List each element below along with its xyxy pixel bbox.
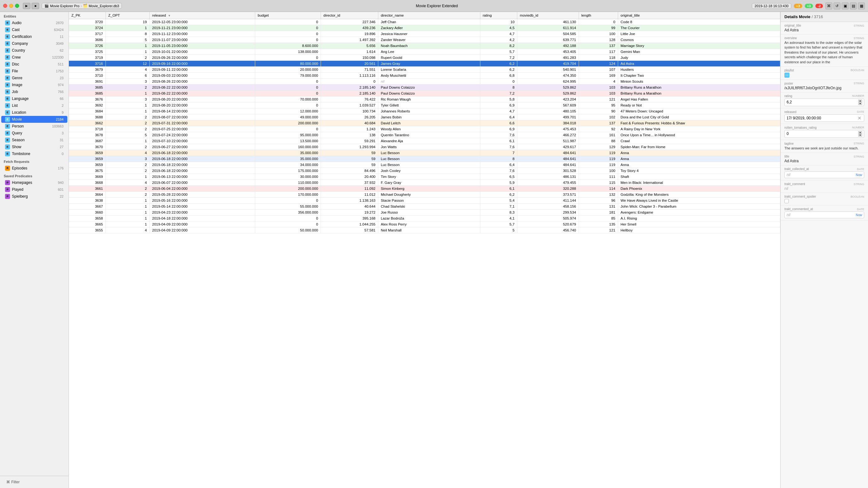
- date-nil-input[interactable]: nil Now: [784, 171, 864, 178]
- sidebar-item-disc[interactable]: EDisc511: [1, 61, 67, 68]
- sidebar-item-certification[interactable]: ECertification11: [1, 33, 67, 40]
- table-row[interactable]: 368652019-11-07 23:00:00001.497.392Zande…: [69, 37, 780, 43]
- sidebar-item-spielberg[interactable]: PSpielberg22: [1, 193, 67, 200]
- table-container[interactable]: Z_PKZ_OPTreleased ▼budgetdirector_iddire…: [69, 12, 780, 488]
- col-header-director_id[interactable]: director_id: [321, 12, 378, 19]
- refresh-button[interactable]: ↺: [834, 2, 840, 9]
- table-row[interactable]: 367942019-09-11 22:00:00020.000.00071.55…: [69, 67, 780, 73]
- breadcrumb[interactable]: 🎬 Movie Explorer Pro › 🗂️ Movie_Explorer…: [42, 3, 122, 9]
- sidebar-item-show[interactable]: EShow27: [1, 144, 67, 150]
- table-row[interactable]: 366422019-05-28 22:00:000170.000.00011.0…: [69, 192, 780, 197]
- table-row[interactable]: 366012019-04-23 22:00:000356.000.00019.2…: [69, 210, 780, 215]
- col-header-moviedb_id[interactable]: moviedb_id: [517, 12, 579, 19]
- table-row[interactable]: 368512019-08-22 22:00:00002.185.140Paul …: [69, 91, 780, 96]
- stop-button[interactable]: ■: [32, 3, 39, 9]
- col-header-original_title[interactable]: original_title: [618, 12, 780, 19]
- table-row[interactable]: 366222019-07-31 22:00:000200.000.00040.6…: [69, 120, 780, 126]
- col-header-length[interactable]: length: [579, 12, 618, 19]
- col-header-director_name[interactable]: director_name: [378, 12, 480, 19]
- layout-btn3[interactable]: ▦: [858, 2, 865, 9]
- filter-icon-btn[interactable]: ⌘: [826, 2, 832, 9]
- sidebar-item-person[interactable]: EPerson103663: [1, 123, 67, 130]
- table-row[interactable]: 365932019-06-18 22:00:00035.000.00059Luc…: [69, 156, 780, 162]
- table-row[interactable]: 3716122019-09-16 22:00:00080.000.00020.5…: [69, 61, 780, 67]
- sidebar-item-season[interactable]: ESeason31: [1, 136, 67, 144]
- table-row[interactable]: 365542019-04-09 22:00:00050.000.00057.58…: [69, 227, 780, 233]
- table-row[interactable]: 366122019-06-04 22:00:000200.000.00011.0…: [69, 186, 780, 192]
- stepper-input[interactable]: 6,2 ▲ ▼: [784, 98, 864, 106]
- table-row[interactable]: 371782019-11-12 23:00:000019.896Jessica …: [69, 31, 780, 37]
- table-row[interactable]: 366512019-04-09 22:00:00001.044.255Alex …: [69, 221, 780, 227]
- stepper-down[interactable]: ▼: [858, 102, 862, 105]
- sidebar-item-file[interactable]: EFile1753: [1, 68, 67, 74]
- table-row[interactable]: 368412019-08-14 22:00:00012.000.000100.7…: [69, 109, 780, 114]
- stepper-down[interactable]: ▼: [858, 134, 862, 136]
- checkbox-field[interactable]: [784, 199, 789, 203]
- sidebar-item-country[interactable]: ECountry62: [1, 47, 67, 54]
- sidebar-item-cast[interactable]: ECast63424: [1, 26, 67, 33]
- sidebar-item-audio[interactable]: EAudio2870: [1, 20, 67, 26]
- table-row[interactable]: 366712019-05-14 22:00:00055.000.00040.64…: [69, 204, 780, 210]
- table-row[interactable]: 365942019-06-18 22:00:00035.000.00059Luc…: [69, 150, 780, 156]
- stepper-up[interactable]: ▲: [858, 131, 862, 134]
- table-row[interactable]: 366842019-06-07 22:00:000110.000.00037.9…: [69, 180, 780, 186]
- stepper-input[interactable]: 0 ▲ ▼: [784, 130, 864, 138]
- minimize-button[interactable]: [9, 4, 13, 8]
- col-header-Z_OPT[interactable]: Z_OPT: [105, 12, 149, 19]
- stepper-controls[interactable]: ▲ ▼: [858, 131, 862, 136]
- filter-button[interactable]: ⌘ Filter: [4, 479, 65, 486]
- table-row[interactable]: 3720192019-12-05 23:00:0000227.346Jeff C…: [69, 19, 780, 25]
- now-button[interactable]: Now: [856, 213, 862, 217]
- table-row[interactable]: 367632019-08-20 22:00:00070.000.00076.42…: [69, 96, 780, 102]
- sidebar-item-tombstone[interactable]: ETombstone0: [1, 150, 67, 157]
- table-row[interactable]: 365812019-04-18 22:00:0000395.168Lazar B…: [69, 215, 780, 221]
- sidebar-item-homepages[interactable]: PHomepages940: [1, 179, 67, 186]
- col-header-released[interactable]: released ▼: [149, 12, 255, 19]
- table-row[interactable]: 368822019-08-07 22:00:00049.000.00026.20…: [69, 114, 780, 120]
- table-row[interactable]: 366912019-06-13 22:00:00030.000.00020.40…: [69, 174, 780, 180]
- sidebar-item-crew[interactable]: ECrew122330: [1, 54, 67, 61]
- table-row[interactable]: 369212019-08-20 22:00:00001.039.527Tyler…: [69, 102, 780, 109]
- sidebar-item-location[interactable]: ELocation9: [1, 109, 67, 116]
- table-row[interactable]: 371922019-09-26 22:00:0000150.098Rupert …: [69, 55, 780, 61]
- date-nil-input[interactable]: nil Now: [784, 211, 864, 218]
- table-row[interactable]: 372612019-11-05 23:00:0008.600.0005.656N…: [69, 43, 780, 49]
- clear-date-button[interactable]: ✕: [857, 116, 862, 121]
- sidebar-item-image[interactable]: EImage974: [1, 82, 67, 88]
- date-input[interactable]: 17/ 9/2019, 00:00:00 ✕: [784, 114, 864, 122]
- table-row[interactable]: 368522019-08-22 22:00:00002.185.140Paul …: [69, 85, 780, 91]
- stepper-up[interactable]: ▲: [858, 100, 862, 102]
- sidebar-item-played[interactable]: PPlayed601: [1, 186, 67, 193]
- sidebar-item-company[interactable]: ECompany3049: [1, 40, 67, 47]
- table-row[interactable]: 367852019-07-24 22:00:00095.000.000138Qu…: [69, 132, 780, 138]
- breadcrumb-db[interactable]: Movie_Explorer.db3: [89, 4, 119, 8]
- maximize-button[interactable]: [15, 4, 19, 8]
- table-row[interactable]: 363812019-05-16 22:00:00001.138.163Staci…: [69, 197, 780, 204]
- boolean-indicator[interactable]: —: [784, 73, 789, 78]
- table-row[interactable]: 371062019-09-03 22:00:00079.000.0001.113…: [69, 73, 780, 79]
- table-row[interactable]: 367522019-06-18 22:00:000175.000.00084.4…: [69, 168, 780, 174]
- play-button[interactable]: ▶: [23, 3, 30, 9]
- col-header-rating[interactable]: rating: [480, 12, 517, 19]
- layout-btn1[interactable]: ▣: [842, 2, 848, 9]
- sidebar-item-episodes[interactable]: REpisodes176: [1, 165, 67, 172]
- table-row[interactable]: 365922019-06-18 22:00:00034.000.00059Luc…: [69, 162, 780, 168]
- stepper-controls[interactable]: ▲ ▼: [858, 100, 862, 105]
- sidebar-item-movie[interactable]: EMovie2184: [1, 116, 67, 123]
- col-header-Z_PK[interactable]: Z_PK: [69, 12, 105, 19]
- table-row[interactable]: 371822019-07-25 22:00:00001.243Woody All…: [69, 126, 780, 132]
- table-row[interactable]: 368712019-07-10 22:00:00013.500.00059.29…: [69, 138, 780, 144]
- now-button[interactable]: Now: [856, 173, 862, 177]
- sidebar-item-query[interactable]: EQuery3: [1, 130, 67, 136]
- breadcrumb-app[interactable]: Movie Explorer Pro: [50, 4, 80, 8]
- table-row[interactable]: 372412019-11-21 23:00:0000439.236Zackary…: [69, 25, 780, 31]
- sidebar-item-language[interactable]: ELanguage66: [1, 95, 67, 102]
- table-row[interactable]: 372512019-10-01 22:00:000138.000.0001.61…: [69, 49, 780, 55]
- table-row[interactable]: 369132019-08-26 22:00:00000nil0624.9954M…: [69, 79, 780, 85]
- sidebar-item-genre[interactable]: EGenre23: [1, 74, 67, 82]
- sidebar-item-list[interactable]: EList2: [1, 102, 67, 109]
- table-row[interactable]: 367022019-06-27 22:00:000160.000.0001.29…: [69, 144, 780, 150]
- layout-btn2[interactable]: ▤: [850, 2, 857, 9]
- close-button[interactable]: [3, 4, 7, 8]
- sidebar-item-job[interactable]: EJob766: [1, 88, 67, 95]
